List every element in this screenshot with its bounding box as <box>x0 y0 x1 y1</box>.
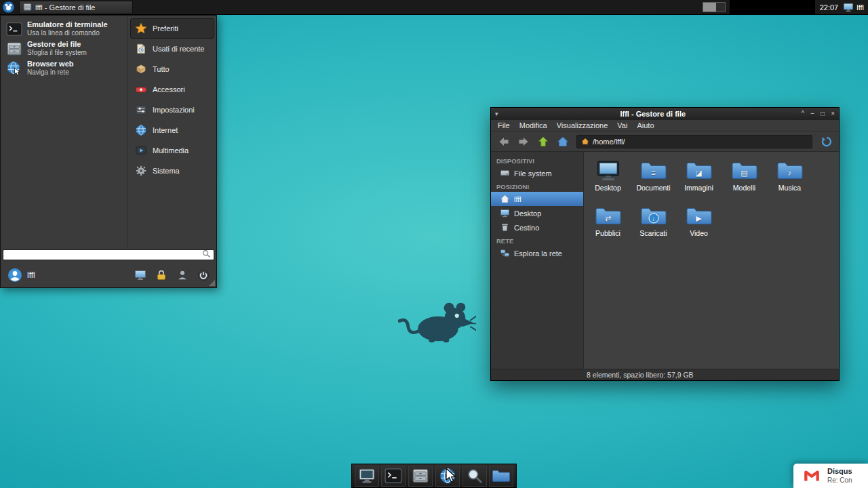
toolbar: /home/lffl/ <box>491 131 839 152</box>
internet-globe-icon <box>135 124 147 136</box>
sidebar-item-file-system[interactable]: File system <box>491 166 583 180</box>
file-item-music[interactable]: ♪ Musica <box>767 157 812 203</box>
whisker-search-row <box>1 247 216 263</box>
power-icon[interactable] <box>197 269 210 281</box>
home-button[interactable] <box>553 134 572 150</box>
video-emblem: ▶ <box>696 214 701 222</box>
sidebar-item-home[interactable]: lffl <box>491 192 583 206</box>
shade-button[interactable]: ^ <box>802 110 805 117</box>
show-desktop-icon <box>358 468 376 484</box>
menubar: File Modifica Visualizzazione Vai Aiuto <box>491 120 839 131</box>
back-button[interactable] <box>494 134 513 150</box>
gmail-notification[interactable]: Disqus Re: Con <box>793 464 868 488</box>
lock-screen-icon[interactable] <box>155 269 167 281</box>
menu-view[interactable]: Visualizzazione <box>552 121 613 130</box>
path-bar[interactable]: /home/lffl/ <box>576 135 812 148</box>
sidebar-section-network: RETE <box>491 235 583 246</box>
category-label: Internet <box>153 126 178 134</box>
notification-sender: Disqus <box>827 467 852 476</box>
file-item-public[interactable]: ⇄ Pubblici <box>585 203 631 248</box>
file-manager-icon <box>6 41 22 57</box>
category-label: Impostazioni <box>153 106 195 114</box>
whisker-bottom-bar: lffl <box>1 263 216 287</box>
category-label: Preferiti <box>153 24 178 33</box>
category-internet[interactable]: Internet <box>130 120 214 140</box>
workspace-pager[interactable] <box>703 2 726 12</box>
whisker-category-list: Preferiti Usati di recente Tutto <box>128 16 216 247</box>
menu-file[interactable]: File <box>493 121 515 130</box>
category-recent[interactable]: Usati di recente <box>130 39 214 59</box>
app-item-terminal[interactable]: Emulatore di terminale Usa la linea di c… <box>1 19 127 39</box>
monitor-icon <box>500 208 510 218</box>
category-label: Usati di recente <box>153 45 204 53</box>
app-item-web-browser[interactable]: Browser web Naviga in rete <box>1 58 127 78</box>
forward-arrow-icon <box>517 135 530 148</box>
file-manager-icon <box>23 3 32 12</box>
file-item-documents[interactable]: ≡ Documenti <box>631 157 676 203</box>
files-grid: Desktop ≡ Documenti <box>585 157 839 248</box>
menu-edit[interactable]: Modifica <box>515 121 552 130</box>
dock-search[interactable] <box>462 466 487 487</box>
dock-file-manager[interactable] <box>408 466 433 487</box>
folder-public-icon: ⇄ <box>595 205 622 227</box>
app-subtitle: Usa la linea di comando <box>27 29 108 37</box>
star-icon <box>135 22 147 35</box>
gear-icon <box>135 165 147 177</box>
resize-grip[interactable] <box>209 280 215 286</box>
public-emblem: ⇄ <box>605 214 611 222</box>
user-avatar[interactable] <box>7 268 22 283</box>
workspace-active[interactable] <box>703 3 717 12</box>
category-label: Tutto <box>153 65 170 73</box>
sidebar-item-network[interactable]: Esplora la rete <box>491 246 583 260</box>
sidebar-section-places: POSIZIONI <box>491 180 583 192</box>
dock-files[interactable] <box>489 466 513 487</box>
minimize-button[interactable]: − <box>810 110 814 117</box>
file-view[interactable]: Desktop ≡ Documenti <box>584 152 839 369</box>
documents-emblem: ≡ <box>651 169 655 177</box>
terminal-icon <box>384 467 402 485</box>
applications-menu-button[interactable] <box>0 0 17 15</box>
mouse-cursor <box>445 468 458 484</box>
app-item-file-manager[interactable]: Gestore dei file Sfoglia il file system <box>1 39 127 58</box>
window-content: DISPOSITIVI File system POSIZIONI lffl <box>491 152 839 369</box>
home-icon <box>556 135 570 148</box>
workspace-inactive[interactable] <box>716 3 724 12</box>
close-button[interactable]: × <box>831 110 835 117</box>
category-multimedia[interactable]: Multimedia <box>130 140 214 161</box>
category-accessories[interactable]: Accessori <box>130 79 214 100</box>
up-button[interactable] <box>534 134 552 150</box>
file-item-downloads[interactable]: ↓ Scaricati <box>631 203 676 248</box>
reload-button[interactable] <box>817 134 835 150</box>
sidebar-item-label: Esplora la rete <box>514 249 562 258</box>
menu-help[interactable]: Aiuto <box>632 121 658 130</box>
taskbar-window-label: lffl - Gestore di file <box>35 3 95 12</box>
settings-display-icon[interactable] <box>134 270 146 281</box>
file-item-video[interactable]: ▶ Video <box>676 203 722 248</box>
titlebar[interactable]: ▾ lffl - Gestore di file ^ − □ × <box>491 108 839 120</box>
sidebar-item-trash[interactable]: Cestino <box>491 220 583 235</box>
notification-subject: Re: Con <box>827 476 852 485</box>
switch-user-icon[interactable] <box>176 269 189 281</box>
file-item-templates[interactable]: ▤ Modelli <box>722 157 767 203</box>
sidebar-item-desktop[interactable]: Desktop <box>491 206 583 220</box>
app-subtitle: Naviga in rete <box>27 68 73 77</box>
maximize-button[interactable]: □ <box>821 110 825 117</box>
whisker-action-icons <box>134 269 210 281</box>
file-item-images[interactable]: ◪ Immagini <box>676 157 722 203</box>
dock-terminal[interactable] <box>381 466 406 487</box>
file-label: Documenti <box>636 184 670 192</box>
category-settings[interactable]: Impostazioni <box>130 100 214 120</box>
taskbar-window-button[interactable]: lffl - Gestore di file <box>19 1 133 14</box>
category-all[interactable]: Tutto <box>130 59 214 79</box>
panel-clock[interactable]: 22:07 <box>815 3 844 12</box>
display-indicator-icon[interactable] <box>843 3 854 12</box>
category-favorites[interactable]: Preferiti <box>130 18 214 39</box>
category-system[interactable]: Sistema <box>130 161 214 181</box>
panel-username[interactable]: lffl <box>854 3 868 12</box>
search-input[interactable] <box>3 249 214 260</box>
dock-show-desktop[interactable] <box>355 466 379 487</box>
forward-button[interactable] <box>514 134 532 150</box>
window-menu-icon[interactable]: ▾ <box>495 110 505 117</box>
menu-go[interactable]: Vai <box>612 121 632 130</box>
file-item-desktop[interactable]: Desktop <box>585 157 631 203</box>
